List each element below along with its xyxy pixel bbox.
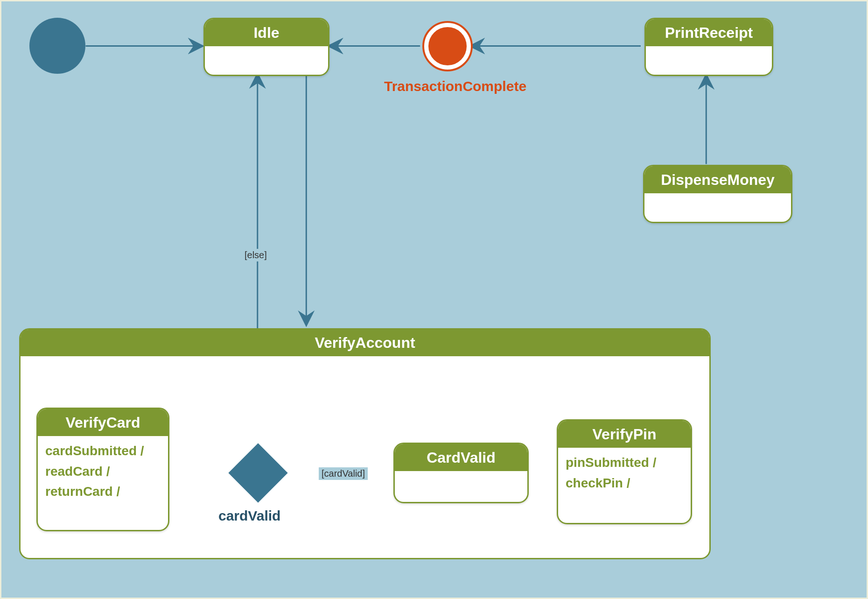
state-verify-card-body: cardSubmitted / readCard / returnCard / [38,436,168,506]
action-line: returnCard / [45,481,161,501]
decision-node-label: cardValid [218,508,280,524]
final-state-node [422,21,473,71]
state-print-receipt-body [646,46,772,56]
state-dispense-money: DispenseMoney [643,165,792,223]
final-state-label: TransactionComplete [384,78,526,94]
state-verify-card: VerifyCard cardSubmitted / readCard / re… [36,408,169,531]
state-diagram-canvas: Idle TransactionComplete PrintReceipt Di… [0,0,868,599]
guard-else: [else] [242,249,270,261]
state-print-receipt-title: PrintReceipt [646,19,772,46]
state-verify-pin-body: pinSubmitted / checkPin / [558,448,691,498]
action-line: readCard / [45,461,161,481]
state-verify-card-title: VerifyCard [38,409,168,436]
state-verify-pin: VerifyPin pinSubmitted / checkPin / [557,419,692,524]
action-line: cardSubmitted / [45,441,161,461]
action-line: checkPin / [566,473,683,493]
state-card-valid-title: CardValid [395,444,527,471]
state-dispense-money-title: DispenseMoney [644,166,791,193]
state-idle: Idle [203,18,329,76]
action-line: pinSubmitted / [566,452,683,472]
state-print-receipt: PrintReceipt [644,18,773,76]
state-idle-body [205,46,328,56]
state-verify-pin-title: VerifyPin [558,421,691,448]
final-state-inner [428,27,467,65]
composite-state-verify-account-title: VerifyAccount [21,330,709,356]
state-card-valid: CardValid [393,443,529,503]
state-dispense-money-body [644,193,791,203]
initial-state-node [29,18,85,74]
state-card-valid-body [395,471,527,480]
guard-card-valid: [cardValid] [319,467,368,480]
state-idle-title: Idle [205,19,328,46]
